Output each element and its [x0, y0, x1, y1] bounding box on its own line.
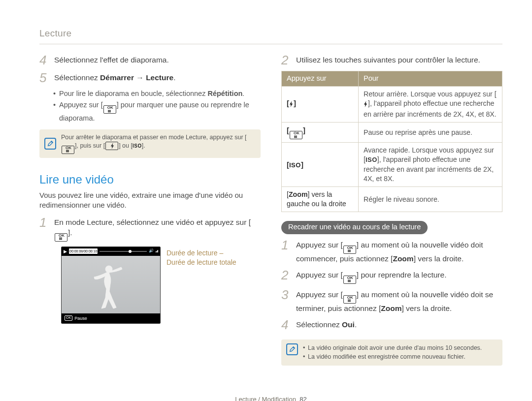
- table-header: Pour: [359, 71, 502, 87]
- ok-menu-key-icon: OK: [103, 105, 116, 114]
- ok-menu-key-icon: OK: [55, 233, 67, 242]
- svg-rect-6: [59, 238, 62, 238]
- right-substep-2: 2 Appuyez sur [OK] pour reprendre la lec…: [281, 268, 502, 284]
- right-substep-1: 1 Appuyez sur [OK] au moment où la nouve…: [281, 238, 502, 264]
- volume-bars-icon: [156, 250, 159, 252]
- left-step-4: 4 Sélectionnez l'effet de diaporama.: [39, 53, 261, 67]
- note-box: Pour arrêter le diaporama et passer en m…: [39, 129, 261, 158]
- page-footer: Lecture / Modification 82: [39, 395, 502, 401]
- svg-rect-1: [108, 111, 111, 111]
- subsection-pill: Recadrer une vidéo au cours de la lectur…: [281, 221, 428, 234]
- note-box: La vidéo originale doit avoir une durée …: [281, 339, 502, 366]
- pencil-note-icon: [286, 343, 298, 355]
- svg-rect-10: [294, 135, 297, 136]
- svg-rect-13: [348, 250, 351, 250]
- note-text: Pour arrêter le diaporama et passer en m…: [61, 133, 254, 154]
- step-number: 4: [281, 318, 296, 332]
- left-step-5: 5 Sélectionnez Démarrer → Lecture.: [39, 71, 261, 85]
- svg-rect-21: [348, 301, 351, 302]
- svg-rect-0: [108, 110, 111, 111]
- step-text: Appuyez sur [OK] pour reprendre la lectu…: [296, 268, 446, 284]
- flash-key-icon: [105, 142, 118, 150]
- right-step-2: 2 Utilisez les touches suivantes pour co…: [281, 53, 502, 67]
- section-header: Lecture: [39, 27, 502, 40]
- svg-rect-2: [108, 112, 111, 112]
- step-number: 3: [281, 288, 296, 302]
- svg-rect-18: [348, 281, 351, 282]
- dancer-silhouette-icon: [92, 264, 126, 313]
- step-text: Utilisez les touches suivantes pour cont…: [296, 53, 480, 65]
- ok-menu-key-icon: OK: [290, 131, 302, 139]
- svg-rect-12: [294, 137, 297, 138]
- time-display: 00:00:08/00:00:10: [69, 248, 98, 254]
- left-video-step-1: 1 En mode Lecture, sélectionnez une vidé…: [39, 216, 261, 242]
- svg-rect-8: [59, 239, 62, 240]
- thumbnail-caption: Durée de lecture – Durée de lecture tota…: [166, 247, 236, 324]
- right-substep-3: 3 Appuyez sur [OK] au moment où la nouve…: [281, 288, 502, 314]
- note-list: La vidéo originale doit avoir une durée …: [303, 343, 482, 362]
- step-number: 2: [281, 53, 296, 67]
- table-row: [ISO] Avance rapide. Lorsque vous appuye…: [282, 143, 502, 187]
- pause-label: Pause: [74, 315, 87, 321]
- step-text: Appuyez sur [OK] au moment où la nouvell…: [296, 238, 502, 264]
- step-number: 2: [281, 268, 296, 282]
- svg-rect-7: [59, 239, 62, 239]
- right-substep-4: 4 Sélectionnez Oui.: [281, 318, 502, 332]
- video-topbar: ▶ 00:00:08/00:00:10 🔊: [62, 247, 160, 256]
- table-header: Appuyez sur: [282, 71, 359, 87]
- svg-rect-4: [66, 151, 69, 152]
- video-thumbnail: ▶ 00:00:08/00:00:10 🔊 OK: [61, 247, 261, 324]
- table-row: [Zoom] vers la gauche ou la droite Régle…: [282, 187, 502, 212]
- video-frame: ▶ 00:00:08/00:00:10 🔊 OK: [61, 247, 161, 324]
- table-row: [] Retour arrière. Lorsque vous appuyez …: [282, 86, 502, 123]
- step-number: 5: [39, 71, 54, 85]
- svg-rect-17: [348, 281, 351, 281]
- svg-rect-3: [66, 150, 69, 151]
- step-number: 4: [39, 53, 54, 67]
- svg-rect-11: [294, 136, 297, 137]
- section-title: Lire une vidéo: [39, 172, 261, 187]
- iso-icon: ISO: [289, 161, 301, 169]
- speaker-icon: 🔊: [149, 248, 154, 254]
- svg-rect-5: [66, 152, 69, 152]
- bullet-item: Appuyez sur [OK] pour marquer une pause …: [53, 100, 261, 123]
- step-number: 1: [281, 238, 296, 252]
- step-text: En mode Lecture, sélectionnez une vidéo …: [54, 216, 261, 242]
- video-bottombar: OK Pause: [62, 313, 160, 323]
- note-item: La vidéo modifiée est enregistrée comme …: [303, 353, 482, 361]
- step-text: Appuyez sur [OK] au moment où la nouvell…: [296, 288, 502, 314]
- table-row: [OK] Pause ou reprise après une pause.: [282, 123, 502, 143]
- flash-key-icon: [364, 101, 368, 109]
- svg-rect-14: [348, 251, 351, 251]
- iso-icon: ISO: [133, 143, 142, 149]
- svg-rect-20: [348, 301, 351, 301]
- svg-rect-19: [348, 300, 351, 300]
- iso-icon: ISO: [366, 156, 377, 163]
- note-item: La vidéo originale doit avoir une durée …: [303, 344, 482, 352]
- controls-table: Appuyez sur Pour [] Retour arrière. Lors…: [281, 71, 502, 212]
- step-number: 1: [39, 216, 54, 230]
- ok-menu-key-icon: OK: [343, 246, 356, 254]
- pencil-note-icon: [44, 138, 56, 150]
- ok-menu-key-icon: OK: [343, 295, 356, 304]
- progress-bar: [100, 251, 146, 252]
- step-text: Sélectionnez Démarrer → Lecture.: [54, 71, 175, 83]
- bullet-item: Pour lire le diaporama en boucle, sélect…: [53, 89, 261, 99]
- ok-menu-key-icon: OK: [62, 146, 74, 154]
- svg-rect-16: [348, 280, 351, 280]
- step-text: Sélectionnez Oui.: [296, 318, 357, 330]
- step-text: Sélectionnez l'effet de diaporama.: [54, 53, 169, 65]
- ok-badge: OK: [65, 315, 72, 320]
- ok-menu-key-icon: OK: [343, 276, 356, 284]
- play-icon: ▶: [64, 248, 67, 254]
- left-bullets: Pour lire le diaporama en boucle, sélect…: [53, 89, 261, 123]
- divider: [39, 44, 502, 44]
- section-description: Vous pouvez lire une vidéo, extraire une…: [39, 190, 261, 211]
- flash-key-icon: [289, 101, 294, 109]
- svg-rect-15: [348, 251, 351, 252]
